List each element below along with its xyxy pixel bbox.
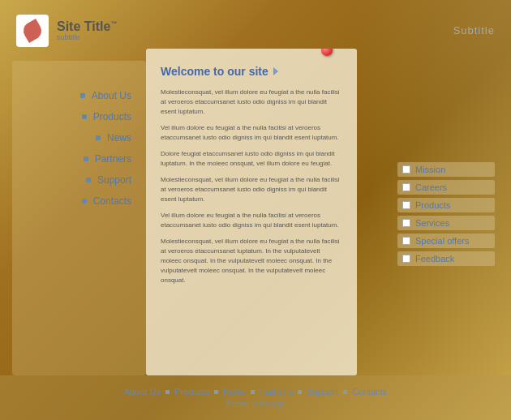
right-item-careers[interactable]: Careers bbox=[397, 180, 495, 195]
sidebar-item-label: News bbox=[107, 132, 131, 144]
sidebar-item-partners[interactable]: Partners bbox=[12, 148, 146, 169]
footer-link-about-us[interactable]: About Us bbox=[124, 387, 161, 396]
checkbox-icon[interactable] bbox=[402, 201, 410, 209]
sidebar-item-contacts[interactable]: Contacts bbox=[12, 191, 146, 212]
footer-link-news[interactable]: News bbox=[223, 387, 246, 396]
checkbox-icon[interactable] bbox=[402, 255, 410, 263]
content-title: Welcome to our site bbox=[161, 65, 342, 78]
logo-subtitle: subtitle bbox=[57, 33, 117, 41]
nav-bullet-icon bbox=[84, 156, 88, 161]
right-item-label: Careers bbox=[415, 182, 447, 192]
nav-bullet-icon bbox=[82, 199, 87, 204]
footer: About Us Products News Partners Support … bbox=[0, 375, 511, 420]
footer-separator bbox=[251, 390, 255, 394]
header: Site Title™ subtitle Subtitle bbox=[0, 0, 511, 61]
footer-link-support[interactable]: Support bbox=[307, 387, 338, 396]
sidebar-item-news[interactable]: News bbox=[12, 127, 146, 148]
right-item-label: Services bbox=[415, 218, 449, 228]
right-item-label: Products bbox=[415, 200, 450, 210]
nav-bullet-icon bbox=[86, 178, 91, 182]
content-paragraph-3: Dolore feugiat etaccumsanet iusto odio d… bbox=[161, 149, 342, 169]
footer-link-products[interactable]: Products bbox=[174, 387, 209, 396]
sidebar-item-products[interactable]: Products bbox=[12, 106, 146, 127]
footer-separator bbox=[214, 390, 218, 394]
nav-bullet-icon bbox=[82, 114, 87, 119]
content-paragraph-1: Molestieconsquat, vel illum dolore eu fe… bbox=[161, 88, 342, 117]
footer-message: Footer message bbox=[226, 400, 285, 409]
sidebar-item-label: About Us bbox=[92, 90, 131, 101]
title-arrow-icon bbox=[273, 67, 278, 75]
right-item-label: Feedback bbox=[415, 254, 454, 264]
sidebar-item-label: Support bbox=[97, 174, 131, 186]
nav-bullet-icon bbox=[96, 135, 101, 140]
checkbox-icon[interactable] bbox=[402, 219, 410, 227]
checkbox-icon[interactable] bbox=[402, 183, 410, 191]
right-item-label: Mission bbox=[415, 165, 445, 174]
footer-link-partners[interactable]: Partners bbox=[260, 387, 294, 396]
sidebar-item-label: Contacts bbox=[93, 195, 131, 207]
left-nav-panel: About Us Products News Partners Support … bbox=[12, 61, 146, 375]
nav-bullet-icon bbox=[80, 93, 85, 98]
sidebar-item-label: Partners bbox=[95, 153, 131, 165]
content-paragraph-5: Vel illum dolore eu feugiat a the nulla … bbox=[161, 211, 342, 230]
content-paragraph-6: Molestieconsquat, vel illum dolore eu fe… bbox=[161, 237, 342, 285]
right-item-mission[interactable]: Mission bbox=[397, 162, 495, 177]
sidebar-item-label: Products bbox=[93, 111, 131, 122]
right-panel: Mission Careers Products Services Specia… bbox=[397, 162, 495, 269]
right-item-feedback[interactable]: Feedback bbox=[397, 251, 495, 266]
right-item-products[interactable]: Products bbox=[397, 198, 495, 212]
logo-icon bbox=[16, 15, 49, 47]
logo-title: Site Title™ bbox=[57, 19, 117, 34]
right-item-services[interactable]: Services bbox=[397, 216, 495, 230]
footer-nav: About Us Products News Partners Support … bbox=[124, 387, 388, 396]
checkbox-icon[interactable] bbox=[402, 165, 410, 174]
footer-link-contacts[interactable]: Contacts bbox=[352, 387, 387, 396]
sidebar-item-about-us[interactable]: About Us bbox=[12, 85, 146, 106]
footer-separator bbox=[343, 390, 347, 394]
content-paragraph-2: Vel illum dolore eu feugiat a the nulla … bbox=[161, 123, 342, 143]
logo-leaf bbox=[20, 18, 45, 42]
logo-area: Site Title™ subtitle bbox=[16, 15, 117, 47]
footer-separator bbox=[298, 390, 302, 394]
right-item-label: Special offers bbox=[415, 236, 469, 246]
logo-text-wrap: Site Title™ subtitle bbox=[57, 19, 117, 42]
main-content-panel: Welcome to our site Molestieconsquat, ve… bbox=[146, 49, 357, 375]
footer-separator bbox=[165, 390, 170, 394]
checkbox-icon[interactable] bbox=[402, 237, 410, 245]
content-paragraph-4: Molestieconsquat, vel illum dolore eu fe… bbox=[161, 175, 342, 204]
header-subtitle: Subtitle bbox=[453, 24, 495, 36]
sidebar-item-support[interactable]: Support bbox=[12, 169, 146, 191]
right-item-special-offers[interactable]: Special offers bbox=[397, 234, 495, 248]
